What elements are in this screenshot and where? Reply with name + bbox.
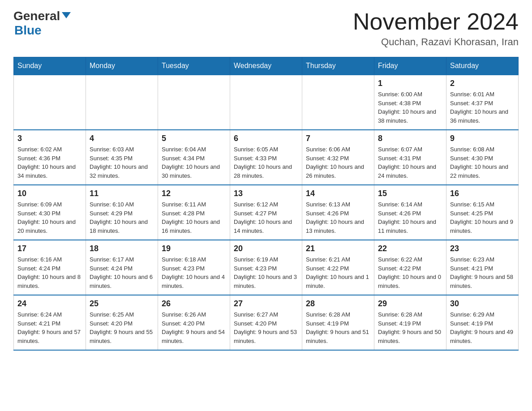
col-thursday: Thursday	[302, 57, 374, 75]
day-info: Sunrise: 6:14 AMSunset: 4:26 PMDaylight:…	[378, 200, 442, 235]
calendar-cell-w4-d0: 17Sunrise: 6:16 AMSunset: 4:24 PMDayligh…	[14, 240, 86, 295]
calendar-cell-w1-d2	[158, 75, 230, 130]
col-monday: Monday	[86, 57, 158, 75]
location-subtitle: Quchan, Razavi Khorasan, Iran	[353, 36, 519, 48]
day-number: 15	[378, 189, 442, 198]
day-number: 18	[90, 244, 154, 253]
day-number: 21	[306, 244, 370, 253]
day-number: 24	[17, 299, 82, 308]
calendar-week-2: 3Sunrise: 6:02 AMSunset: 4:36 PMDaylight…	[14, 130, 519, 185]
day-info: Sunrise: 6:08 AMSunset: 4:30 PMDaylight:…	[450, 145, 515, 180]
calendar-cell-w5-d6: 30Sunrise: 6:29 AMSunset: 4:19 PMDayligh…	[446, 295, 519, 350]
calendar-header-row: Sunday Monday Tuesday Wednesday Thursday…	[14, 57, 519, 75]
day-info: Sunrise: 6:23 AMSunset: 4:21 PMDaylight:…	[450, 255, 515, 290]
logo-blue-text: Blue	[14, 23, 42, 37]
col-sunday: Sunday	[14, 57, 86, 75]
day-info: Sunrise: 6:18 AMSunset: 4:23 PMDaylight:…	[162, 255, 226, 290]
calendar-cell-w2-d5: 8Sunrise: 6:07 AMSunset: 4:31 PMDaylight…	[374, 130, 446, 185]
day-info: Sunrise: 6:29 AMSunset: 4:19 PMDaylight:…	[450, 310, 515, 345]
day-number: 13	[234, 189, 298, 198]
day-number: 29	[378, 299, 442, 308]
day-number: 10	[17, 189, 82, 198]
calendar-cell-w1-d0	[14, 75, 86, 130]
day-number: 22	[378, 244, 442, 253]
day-number: 16	[450, 189, 515, 198]
day-info: Sunrise: 6:17 AMSunset: 4:24 PMDaylight:…	[90, 255, 154, 290]
day-number: 8	[378, 134, 442, 143]
day-info: Sunrise: 6:26 AMSunset: 4:20 PMDaylight:…	[162, 310, 226, 345]
day-number: 28	[306, 299, 370, 308]
calendar-table: Sunday Monday Tuesday Wednesday Thursday…	[13, 57, 519, 351]
day-number: 26	[162, 299, 226, 308]
month-title: November 2024	[353, 9, 519, 34]
day-info: Sunrise: 6:15 AMSunset: 4:25 PMDaylight:…	[450, 200, 515, 235]
calendar-cell-w3-d1: 11Sunrise: 6:10 AMSunset: 4:29 PMDayligh…	[86, 185, 158, 240]
calendar-cell-w3-d2: 12Sunrise: 6:11 AMSunset: 4:28 PMDayligh…	[158, 185, 230, 240]
logo-triangle-icon	[62, 12, 71, 18]
day-number: 1	[378, 79, 442, 88]
calendar-cell-w4-d3: 20Sunrise: 6:19 AMSunset: 4:23 PMDayligh…	[230, 240, 302, 295]
calendar-cell-w5-d1: 25Sunrise: 6:25 AMSunset: 4:20 PMDayligh…	[86, 295, 158, 350]
day-info: Sunrise: 6:28 AMSunset: 4:19 PMDaylight:…	[378, 310, 442, 345]
day-number: 27	[234, 299, 298, 308]
calendar-week-5: 24Sunrise: 6:24 AMSunset: 4:21 PMDayligh…	[14, 295, 519, 350]
day-info: Sunrise: 6:05 AMSunset: 4:33 PMDaylight:…	[234, 145, 298, 180]
day-info: Sunrise: 6:10 AMSunset: 4:29 PMDaylight:…	[90, 200, 154, 235]
day-info: Sunrise: 6:25 AMSunset: 4:20 PMDaylight:…	[90, 310, 154, 345]
calendar-week-1: 1Sunrise: 6:00 AMSunset: 4:38 PMDaylight…	[14, 75, 519, 130]
col-friday: Friday	[374, 57, 446, 75]
calendar-cell-w4-d5: 22Sunrise: 6:22 AMSunset: 4:22 PMDayligh…	[374, 240, 446, 295]
day-info: Sunrise: 6:01 AMSunset: 4:37 PMDaylight:…	[450, 90, 515, 125]
calendar-cell-w5-d5: 29Sunrise: 6:28 AMSunset: 4:19 PMDayligh…	[374, 295, 446, 350]
day-number: 25	[90, 299, 154, 308]
day-info: Sunrise: 6:24 AMSunset: 4:21 PMDaylight:…	[17, 310, 82, 345]
day-info: Sunrise: 6:03 AMSunset: 4:35 PMDaylight:…	[90, 145, 154, 180]
day-number: 2	[450, 79, 515, 88]
calendar-cell-w5-d3: 27Sunrise: 6:27 AMSunset: 4:20 PMDayligh…	[230, 295, 302, 350]
calendar-cell-w3-d4: 14Sunrise: 6:13 AMSunset: 4:26 PMDayligh…	[302, 185, 374, 240]
calendar-week-3: 10Sunrise: 6:09 AMSunset: 4:30 PMDayligh…	[14, 185, 519, 240]
calendar-cell-w2-d6: 9Sunrise: 6:08 AMSunset: 4:30 PMDaylight…	[446, 130, 519, 185]
day-info: Sunrise: 6:28 AMSunset: 4:19 PMDaylight:…	[306, 310, 370, 345]
col-tuesday: Tuesday	[158, 57, 230, 75]
logo: General Blue	[13, 9, 71, 38]
day-info: Sunrise: 6:09 AMSunset: 4:30 PMDaylight:…	[17, 200, 82, 235]
calendar-cell-w1-d5: 1Sunrise: 6:00 AMSunset: 4:38 PMDaylight…	[374, 75, 446, 130]
calendar-cell-w5-d2: 26Sunrise: 6:26 AMSunset: 4:20 PMDayligh…	[158, 295, 230, 350]
day-info: Sunrise: 6:11 AMSunset: 4:28 PMDaylight:…	[162, 200, 226, 235]
title-area: November 2024 Quchan, Razavi Khorasan, I…	[353, 9, 519, 48]
calendar-cell-w1-d6: 2Sunrise: 6:01 AMSunset: 4:37 PMDaylight…	[446, 75, 519, 130]
calendar-cell-w2-d3: 6Sunrise: 6:05 AMSunset: 4:33 PMDaylight…	[230, 130, 302, 185]
calendar-cell-w1-d3	[230, 75, 302, 130]
col-wednesday: Wednesday	[230, 57, 302, 75]
day-number: 9	[450, 134, 515, 143]
day-info: Sunrise: 6:06 AMSunset: 4:32 PMDaylight:…	[306, 145, 370, 180]
calendar-cell-w1-d4	[302, 75, 374, 130]
day-number: 17	[17, 244, 82, 253]
calendar-cell-w3-d0: 10Sunrise: 6:09 AMSunset: 4:30 PMDayligh…	[14, 185, 86, 240]
day-info: Sunrise: 6:21 AMSunset: 4:22 PMDaylight:…	[306, 255, 370, 290]
day-info: Sunrise: 6:27 AMSunset: 4:20 PMDaylight:…	[234, 310, 298, 345]
day-number: 20	[234, 244, 298, 253]
day-number: 30	[450, 299, 515, 308]
day-number: 5	[162, 134, 226, 143]
day-number: 6	[234, 134, 298, 143]
day-number: 7	[306, 134, 370, 143]
day-info: Sunrise: 6:07 AMSunset: 4:31 PMDaylight:…	[378, 145, 442, 180]
day-number: 19	[162, 244, 226, 253]
calendar-cell-w4-d1: 18Sunrise: 6:17 AMSunset: 4:24 PMDayligh…	[86, 240, 158, 295]
calendar-week-4: 17Sunrise: 6:16 AMSunset: 4:24 PMDayligh…	[14, 240, 519, 295]
day-number: 14	[306, 189, 370, 198]
day-number: 3	[17, 134, 82, 143]
calendar-cell-w2-d1: 4Sunrise: 6:03 AMSunset: 4:35 PMDaylight…	[86, 130, 158, 185]
day-info: Sunrise: 6:04 AMSunset: 4:34 PMDaylight:…	[162, 145, 226, 180]
day-info: Sunrise: 6:00 AMSunset: 4:38 PMDaylight:…	[378, 90, 442, 125]
calendar-cell-w3-d3: 13Sunrise: 6:12 AMSunset: 4:27 PMDayligh…	[230, 185, 302, 240]
day-info: Sunrise: 6:02 AMSunset: 4:36 PMDaylight:…	[17, 145, 82, 180]
calendar-cell-w5-d4: 28Sunrise: 6:28 AMSunset: 4:19 PMDayligh…	[302, 295, 374, 350]
day-number: 11	[90, 189, 154, 198]
day-number: 23	[450, 244, 515, 253]
day-info: Sunrise: 6:12 AMSunset: 4:27 PMDaylight:…	[234, 200, 298, 235]
calendar-cell-w3-d5: 15Sunrise: 6:14 AMSunset: 4:26 PMDayligh…	[374, 185, 446, 240]
calendar-cell-w2-d4: 7Sunrise: 6:06 AMSunset: 4:32 PMDaylight…	[302, 130, 374, 185]
